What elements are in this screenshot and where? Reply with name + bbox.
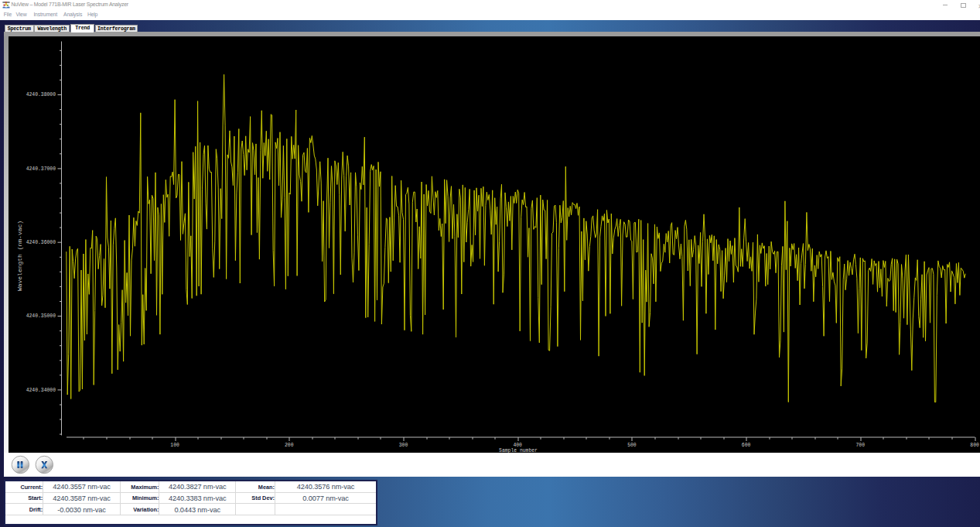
svg-text:4240.38000: 4240.38000 [26,92,56,98]
svg-text:4240.36000: 4240.36000 [26,240,56,245]
svg-text:Wavelength (nm-vac): Wavelength (nm-vac) [16,220,23,290]
svg-text:200: 200 [285,443,294,448]
svg-text:4240.37000: 4240.37000 [26,166,56,171]
svg-text:300: 300 [399,443,408,448]
svg-text:600: 600 [742,443,751,448]
svg-text:500: 500 [627,443,637,448]
svg-text:4240.34000: 4240.34000 [26,387,56,392]
svg-text:Sample number: Sample number [499,447,538,453]
svg-text:800: 800 [970,443,979,448]
svg-text:700: 700 [856,443,866,448]
svg-text:100: 100 [170,443,179,448]
svg-text:4240.35000: 4240.35000 [26,313,56,319]
